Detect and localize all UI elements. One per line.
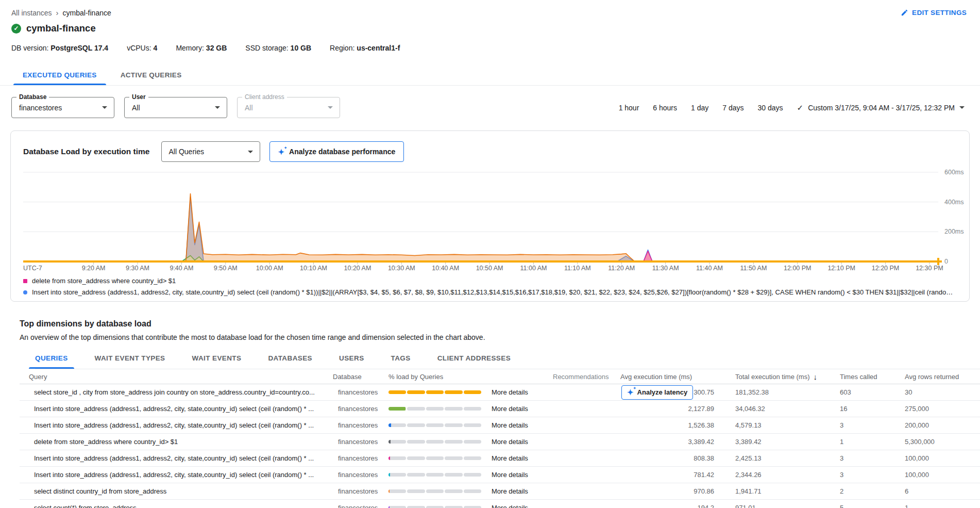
load-bar-segment [407, 506, 425, 508]
more-details-link[interactable]: More details [485, 454, 543, 462]
tab-active-queries[interactable]: ACTIVE QUERIES [111, 64, 191, 85]
time-option-30-days[interactable]: 30 days [758, 104, 783, 112]
avg-execution-cell: 970.86 [609, 487, 721, 495]
times-called-cell: 1 [836, 438, 902, 446]
avg-rows-cell: 275,000 [902, 405, 976, 413]
avg-rows-cell: 30 [902, 388, 976, 396]
times-called-cell: 3 [836, 421, 902, 429]
query-dimension-select[interactable]: All Queries [161, 141, 260, 162]
column-header-times-called: Times called [836, 373, 902, 381]
y-axis-label: 0 [944, 258, 948, 265]
legend-item[interactable]: delete from store_address where country_… [23, 277, 969, 285]
load-bar [388, 390, 481, 394]
pencil-icon [901, 9, 908, 17]
edit-settings-label: EDIT SETTINGS [912, 9, 967, 17]
database-cell: financestores [333, 487, 388, 495]
sparkle-icon: ✦ [278, 148, 285, 156]
dimension-tab-wait-event-types[interactable]: WAIT EVENT TYPES [95, 354, 165, 369]
time-option-6-hours[interactable]: 6 hours [653, 104, 677, 112]
more-details-link[interactable]: More details [485, 487, 543, 495]
load-bar-segment [426, 456, 444, 460]
load-bar-fill [445, 390, 462, 394]
filter-database[interactable]: Databasefinancestores [11, 97, 114, 118]
more-details-link[interactable]: More details [485, 438, 543, 446]
dimension-tab-users[interactable]: USERS [339, 354, 364, 369]
filter-user[interactable]: UserAll [124, 97, 227, 118]
query-cell: delete from store_address where country_… [29, 438, 333, 446]
load-bar-fill [388, 473, 390, 477]
avg-execution-value: 300.75 [694, 388, 714, 396]
load-bar-fill [388, 423, 391, 427]
database-cell: financestores [333, 421, 388, 429]
analyze-latency-button[interactable]: ✦Analyze latency [621, 385, 693, 400]
time-option-1-day[interactable]: 1 day [691, 104, 708, 112]
times-called-cell: 2 [836, 487, 902, 495]
load-bar-segment [426, 506, 444, 508]
time-option-7-days[interactable]: 7 days [722, 104, 744, 112]
meta-label: DB version: [11, 44, 48, 52]
database-cell: financestores [333, 504, 388, 508]
x-axis-label: 9:50 AM [214, 265, 238, 272]
more-details-link[interactable]: More details [485, 504, 543, 508]
meta-value: 10 GB [291, 44, 311, 52]
column-header-label: Total execution time (ms) [735, 373, 810, 381]
time-option-1-hour[interactable]: 1 hour [619, 104, 639, 112]
load-bar-segment [388, 506, 406, 508]
meta-label: SSD storage: [245, 44, 288, 52]
x-axis-label: 9:40 AM [170, 265, 193, 272]
load-bar-fill [388, 489, 390, 493]
table-row: delete from store_address where country_… [20, 434, 980, 450]
load-bar-segment [407, 473, 425, 477]
x-axis-label: 12:20 PM [872, 265, 900, 272]
breadcrumb: All instances › cymbal-finance [11, 8, 111, 17]
load-bar-segment [445, 489, 462, 493]
total-execution-cell: 181,352.38 [721, 388, 836, 396]
load-bar-segment [464, 407, 481, 411]
database-load-chart[interactable]: 0200ms400ms600ms9:20 AM9:30 AM9:40 AM9:5… [23, 166, 970, 273]
dimension-tab-queries[interactable]: QUERIES [35, 354, 68, 369]
more-details-link[interactable]: More details [485, 471, 543, 479]
chart-header: Database Load by execution time All Quer… [23, 141, 969, 162]
dimension-tab-client-addresses[interactable]: CLIENT ADDRESSES [437, 354, 511, 369]
table-row: Insert into store_address (address1, add… [20, 467, 980, 483]
total-execution-cell: 34,046.32 [721, 405, 836, 413]
series-line-all-queries-total [181, 194, 634, 262]
time-option-custom[interactable]: ✓Custom 3/17/25, 9:04 AM - 3/17/25, 12:3… [797, 103, 965, 112]
tab-executed-queries[interactable]: EXECUTED QUERIES [13, 64, 106, 85]
load-bar-segment [407, 456, 425, 460]
dimension-tab-wait-events[interactable]: WAIT EVENTS [192, 354, 242, 369]
dimension-tab-databases[interactable]: DATABASES [268, 354, 312, 369]
x-axis-label: 12:00 PM [784, 265, 812, 272]
avg-rows-cell: 200,000 [902, 421, 976, 429]
column-header-recommendations: Recommendations [543, 373, 609, 381]
dimension-tab-tags[interactable]: TAGS [391, 354, 411, 369]
x-axis-label: 9:30 AM [126, 265, 149, 272]
load-bar-segment [445, 390, 462, 394]
load-bar [388, 506, 481, 508]
table-row: select store_id , city from store_addres… [20, 384, 980, 401]
meta-label: vCPUs: [127, 44, 151, 52]
edit-settings-button[interactable]: EDIT SETTINGS [901, 9, 967, 17]
analyze-database-performance-button[interactable]: ✦ Analyze database performance [269, 141, 404, 162]
load-bar-fill [464, 390, 481, 394]
load-bar-segment [388, 390, 406, 394]
breadcrumb-all-instances[interactable]: All instances [11, 9, 52, 17]
load-bar [388, 489, 481, 493]
x-axis-label: 10:20 AM [344, 265, 371, 272]
more-details-link[interactable]: More details [485, 421, 543, 429]
load-bar-segment [426, 440, 444, 444]
sort-descending-icon[interactable]: ↓ [814, 372, 818, 381]
x-axis-label: 11:40 AM [696, 265, 723, 272]
load-bar-fill [388, 506, 390, 508]
legend-item[interactable]: Insert into store_address (address1, add… [23, 288, 969, 296]
more-details-link[interactable]: More details [485, 405, 543, 413]
load-bar-fill [388, 390, 406, 394]
filter-label: Database [16, 93, 49, 101]
query-cell: Insert into store_address (address1, add… [29, 471, 333, 479]
database-cell: financestores [333, 454, 388, 462]
instance-meta-item: DB version:PostgreSQL 17.4 [11, 44, 108, 52]
more-details-link[interactable]: More details [485, 388, 543, 396]
top-bar: All instances › cymbal-finance EDIT SETT… [0, 0, 980, 17]
load-bar-segment [407, 489, 425, 493]
load-bar [388, 423, 481, 427]
